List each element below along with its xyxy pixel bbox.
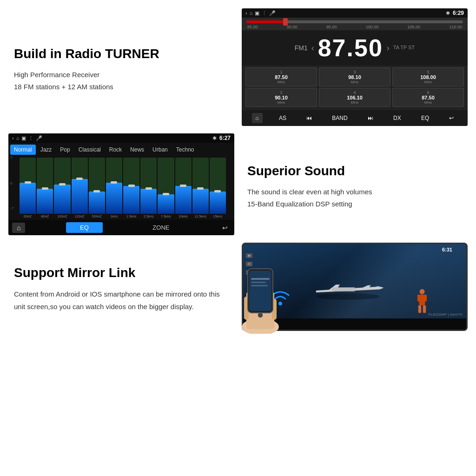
- eq-mode-urban[interactable]: Urban: [149, 145, 172, 155]
- freq-prev-btn[interactable]: ‹: [311, 43, 314, 53]
- radio-as-btn[interactable]: AS: [275, 113, 290, 123]
- radio-band-btn[interactable]: BAND: [328, 113, 351, 123]
- preset-5[interactable]: 5 108.00 MHz: [392, 67, 464, 86]
- svg-rect-14: [249, 271, 271, 311]
- eq-band-7-5khz: 7.5kHz: [158, 158, 174, 218]
- seek-labels: 85.00 90.00 95.00 100.00 105.00 110.00: [246, 25, 463, 29]
- eq-screen: ‹ ⌂ ▣ ⋮ 🎤 ✱ 6:27 Normal Jazz Pop Classic…: [8, 133, 234, 235]
- sound-title: Superior Sound: [247, 164, 462, 178]
- eq-mode-jazz[interactable]: Jazz: [37, 145, 56, 155]
- radio-prev-btn[interactable]: ⏮: [303, 113, 316, 123]
- eq-nav-icons: ‹ ⌂ ▣ ⋮ 🎤: [12, 135, 42, 141]
- seek-track[interactable]: [246, 20, 463, 23]
- svg-rect-3: [419, 295, 425, 305]
- radio-dx-btn[interactable]: DX: [390, 113, 405, 123]
- eq-ui-section: ‹ ⌂ ▣ ⋮ 🎤 ✱ 6:27 Normal Jazz Pop Classic…: [5, 130, 238, 239]
- eq-mode-pop[interactable]: Pop: [56, 145, 73, 155]
- airplane-illustration: [310, 277, 394, 304]
- eq-band-2-5khz: 2.5kHz: [140, 158, 157, 218]
- preset-6[interactable]: 6 87.50 MHz: [392, 88, 464, 107]
- eq-band-500hz: 500HZ: [89, 158, 105, 218]
- back-icon[interactable]: ‹: [245, 10, 247, 16]
- svg-point-0: [316, 293, 380, 300]
- eq-scale-mid: 0: [10, 181, 13, 185]
- eq-time-area: ✱ 6:27: [212, 135, 231, 141]
- svg-rect-4: [418, 305, 421, 313]
- mirror-title: Support Mirror Link: [14, 265, 229, 280]
- eq-band-80hz: 80HZ: [37, 158, 53, 218]
- eq-band-120hz: 120HZ: [72, 158, 88, 218]
- eq-band-100hz: 100HZ: [54, 158, 70, 218]
- radio-nav-icons: ‹ ⌂ ▣ ⋮ 🎤: [245, 10, 276, 16]
- eq-band-1-5khz: 1.5kHz: [123, 158, 139, 218]
- radio-band: FM1: [295, 44, 308, 52]
- bluetooth-icon: ✱: [446, 10, 450, 16]
- svg-rect-5: [423, 305, 426, 313]
- mirror-ui-section: 6:31 ▶ ⚙ ♪: [238, 239, 471, 335]
- preset-1[interactable]: 1 87.50 MHz: [245, 67, 317, 86]
- radio-ui-section: ‹ ⌂ ▣ ⋮ 🎤 ✱ 6:29 85.00: [238, 5, 471, 130]
- svg-rect-1: [332, 287, 356, 291]
- eq-home-btn[interactable]: ⌂: [12, 223, 25, 233]
- radio-desc1: High Performance Receiver: [14, 69, 229, 81]
- radio-desc2: 18 FM stations + 12 AM stations: [14, 81, 229, 93]
- eq-apps-icon[interactable]: ▣: [21, 135, 26, 141]
- eq-band-1khz: 1kHz: [106, 158, 122, 218]
- eq-eq-btn[interactable]: EQ: [66, 222, 103, 233]
- home-icon[interactable]: ⌂: [250, 10, 253, 16]
- radio-seek-bar: 85.00 90.00 95.00 100.00 105.00 110.00: [242, 18, 468, 30]
- eq-menu-icon[interactable]: ⋮: [28, 135, 33, 141]
- seek-label-2: 90.00: [287, 25, 298, 29]
- radio-title: Build in Radio TURNER: [14, 46, 229, 61]
- radio-status-bar: ‹ ⌂ ▣ ⋮ 🎤 ✱ 6:29: [242, 8, 468, 18]
- svg-rect-15: [251, 278, 270, 280]
- eq-mode-rock[interactable]: Rock: [106, 145, 126, 155]
- eq-mode-classical[interactable]: Classical: [75, 145, 105, 155]
- radio-controls-bar: ⌂ AS ⏮ BAND ⏭ DX EQ ↩: [242, 110, 468, 126]
- eq-scale: 7 0 -7: [10, 156, 13, 211]
- apps-icon[interactable]: ▣: [255, 10, 259, 16]
- svg-point-18: [258, 313, 263, 317]
- radio-next-btn[interactable]: ⏭: [364, 113, 377, 123]
- radio-eq-btn[interactable]: EQ: [417, 113, 433, 123]
- eq-zone-btn[interactable]: ZONE: [143, 222, 178, 233]
- seek-label-4: 100.00: [366, 25, 379, 29]
- eq-back-btn[interactable]: ↩: [219, 223, 231, 233]
- sound-text-section: Superior Sound The sound is clear even a…: [238, 130, 471, 239]
- eq-home-icon[interactable]: ⌂: [16, 135, 20, 141]
- eq-clock: 6:27: [219, 135, 231, 141]
- eq-back-icon[interactable]: ‹: [12, 135, 14, 141]
- radio-clock: 6:29: [453, 10, 464, 16]
- preset-4[interactable]: 4 106.10 MHz: [319, 88, 390, 107]
- svg-rect-7: [424, 295, 427, 302]
- preset-2[interactable]: 2 90.10 MHz: [245, 88, 317, 107]
- eq-mode-normal[interactable]: Normal: [10, 145, 36, 155]
- preset-3[interactable]: 3 98.10 MHz: [319, 67, 390, 86]
- preset-row-2: 2 90.10 MHz 4 106.10 MHz 6 87.50 MHz: [245, 88, 464, 107]
- radio-time-icons: ✱ 6:29: [446, 10, 464, 16]
- eq-mode-news[interactable]: News: [126, 145, 148, 155]
- eq-bottom-bar: ⌂ EQ ZONE ↩: [8, 220, 234, 235]
- eq-mode-techno[interactable]: Techno: [172, 145, 198, 155]
- svg-rect-6: [417, 295, 420, 302]
- svg-rect-17: [251, 285, 268, 286]
- preset-row-1: 1 87.50 MHz 3 98.10 MHz 5 108.00 MHz: [245, 67, 464, 86]
- sound-desc1: The sound is clear even at high volumes: [247, 186, 462, 198]
- mirror-device-time: 6:31: [442, 247, 452, 252]
- eq-band-12-5khz: 12.5kHz: [192, 158, 209, 218]
- mirror-desc: Content from Android or IOS smartphone c…: [14, 288, 229, 313]
- seek-fill: [246, 20, 285, 23]
- radio-frequency: 87.50: [318, 34, 383, 62]
- eq-bluetooth-icon: ✱: [212, 135, 217, 141]
- eq-bands: 60HZ 80HZ: [11, 158, 231, 218]
- menu-icon[interactable]: ⋮: [262, 10, 267, 16]
- seek-label-6: 110.00: [449, 25, 462, 29]
- freq-next-btn[interactable]: ›: [387, 43, 390, 53]
- radio-tags: TA TP ST: [393, 44, 415, 51]
- radio-home-btn[interactable]: ⌂: [252, 113, 263, 123]
- eq-mic-icon[interactable]: 🎤: [36, 135, 42, 141]
- seek-thumb[interactable]: [283, 18, 288, 26]
- radio-back-btn[interactable]: ↩: [445, 113, 457, 123]
- mic-icon[interactable]: 🎤: [269, 10, 276, 16]
- eq-scale-top: 7: [10, 156, 13, 160]
